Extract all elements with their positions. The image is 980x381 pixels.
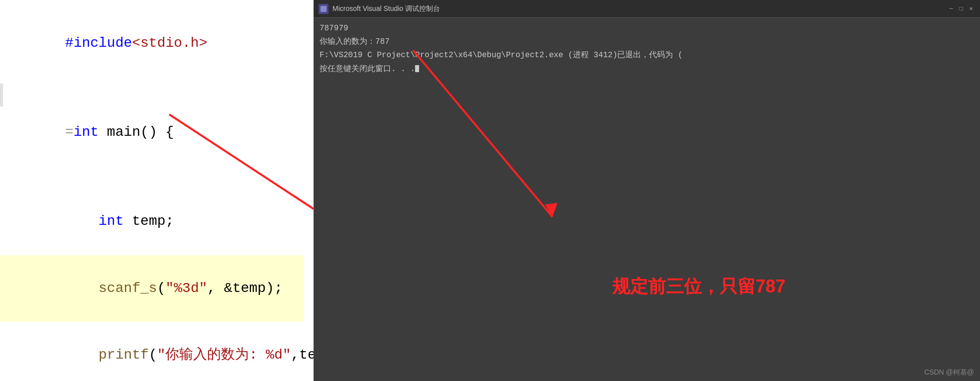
- printf-args: ,temp);: [291, 347, 314, 363]
- func-scanf: scanf_s: [99, 281, 157, 296]
- minimize-button[interactable]: —: [947, 5, 955, 13]
- console-app-icon: [319, 4, 328, 14]
- include-text: <stdio.h>: [132, 35, 207, 51]
- comma-amp: , &temp);: [208, 281, 283, 296]
- console-line-press-key: 按任意键关闭此窗口. . .: [320, 63, 974, 76]
- console-body: 787979 你输入的数为：787 F:\VS2019 C Project\Pr…: [314, 18, 980, 381]
- console-line-input: 787979: [320, 22, 974, 35]
- code-content: #include<stdio.h> =int main() { int temp…: [0, 0, 314, 381]
- code-line-int-temp: int temp;: [15, 188, 304, 255]
- indent1: [65, 213, 99, 229]
- watermark: CSDN @柯基@: [924, 368, 974, 377]
- console-cursor: [415, 65, 419, 72]
- code-line-main: =int main() {: [15, 99, 304, 166]
- equals-sign: =: [65, 124, 74, 140]
- indent3: [65, 347, 99, 363]
- type-int: int: [99, 213, 123, 229]
- console-line-exit: F:\VS2019 C Project\Project2\x64\Debug\P…: [320, 49, 974, 62]
- code-line-blank1: [15, 77, 304, 99]
- var-temp: temp;: [123, 213, 174, 229]
- printf-string: "你输入的数为: %d": [157, 347, 291, 363]
- console-icon-inner: [321, 6, 327, 12]
- code-line-scanf: scanf_s("%3d", &temp);: [0, 255, 304, 322]
- annotation-text: 规定前三位，只留787: [612, 271, 785, 301]
- svg-marker-2: [545, 203, 557, 217]
- format-string: "%3d": [165, 281, 207, 296]
- line-marker: [0, 84, 3, 106]
- close-button[interactable]: ✕: [967, 5, 975, 13]
- preprocessor-keyword: #include: [65, 35, 132, 51]
- console-title: Microsoft Visual Studio 调试控制台: [332, 4, 943, 13]
- console-controls: — □ ✕: [947, 5, 975, 13]
- code-line-printf: printf("你输入的数为: %d",temp);: [15, 322, 304, 381]
- indent2: [65, 281, 99, 296]
- printf-paren: (: [149, 347, 157, 363]
- console-titlebar: Microsoft Visual Studio 调试控制台 — □ ✕: [314, 0, 980, 18]
- maximize-button[interactable]: □: [957, 5, 965, 13]
- paren-open: (: [157, 281, 166, 296]
- main-func: main() {: [99, 124, 174, 140]
- type-int-main: int: [74, 124, 99, 140]
- func-printf: printf: [99, 347, 149, 363]
- code-panel: #include<stdio.h> =int main() { int temp…: [0, 0, 314, 381]
- code-line-blank2: [15, 166, 304, 189]
- console-line-output: 你输入的数为：787: [320, 35, 974, 49]
- console-panel: Microsoft Visual Studio 调试控制台 — □ ✕ 7879…: [314, 0, 980, 381]
- code-line-include: #include<stdio.h>: [15, 10, 304, 77]
